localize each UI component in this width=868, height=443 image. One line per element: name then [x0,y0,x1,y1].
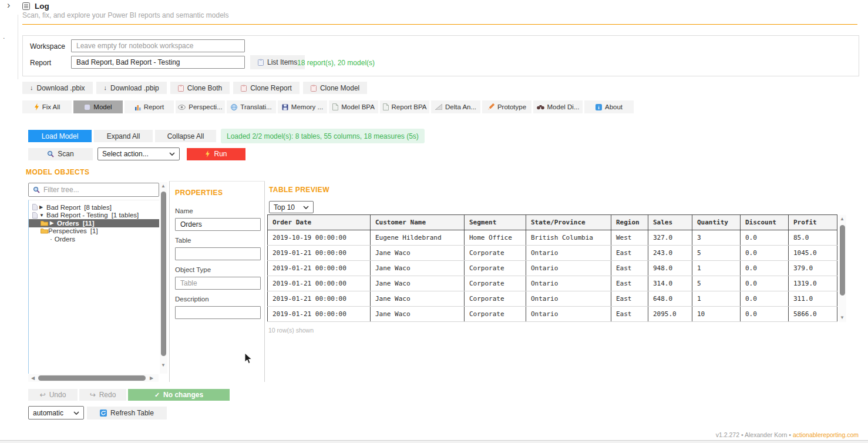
table-vscroll-thumb[interactable] [840,225,845,296]
clone-report-button[interactable]: Clone Report [233,82,300,94]
scroll-down-arrow-icon[interactable]: ▼ [840,316,845,320]
download-pbip-button[interactable]: ↓Download .pbip [96,82,167,94]
action-select[interactable]: Select action... [97,147,180,160]
scroll-left-arrow-icon[interactable]: ◀ [31,376,35,381]
table-cell: British Columbia [526,230,611,246]
property-table-input[interactable] [175,247,261,260]
tree-item-label: Orders [55,236,75,243]
load-status-text: Loaded 2/2 model(s): 8 tables, 55 column… [227,132,419,140]
top-n-select[interactable]: Top 10 [269,201,314,213]
undo-button[interactable]: ↩ Undo [28,389,78,401]
workspace-input[interactable] [71,39,245,52]
expand-all-button[interactable]: Expand All [94,130,153,142]
tab-delta-analysis-label: Delta An... [445,103,476,110]
column-header-sales[interactable]: Sales [648,215,692,230]
column-header-profit[interactable]: Profit [789,215,837,230]
tree-item-bad-report[interactable]: ▶Bad Report[8 tables] [29,203,159,212]
tab-model-diff[interactable]: Model Di... [533,100,583,113]
tab-memory[interactable]: Memory ... [278,100,327,113]
tab-translations[interactable]: Translati... [227,100,276,113]
column-header-customer-name[interactable]: Customer Name [371,215,465,230]
table-cell: 0.0 [741,261,789,276]
scan-button[interactable]: Scan [28,148,93,160]
tree-item-orders[interactable]: ·Orders [29,235,159,243]
scroll-down-arrow-icon[interactable]: ▼ [161,363,166,368]
table-cell: 0.0 [741,276,789,291]
collapse-all-button[interactable]: Collapse All [155,130,216,142]
tab-delta-analysis[interactable]: Delta An... [431,100,480,113]
tab-model[interactable]: Model [73,100,123,113]
properties-title: PROPERTIES [175,189,223,197]
clipboard-icon [178,85,184,92]
column-header-region[interactable]: Region [611,215,648,230]
property-description-input[interactable] [175,306,261,319]
load-model-button[interactable]: Load Model [28,130,92,142]
folder-icon [41,220,48,226]
tab-report-label: Report [144,103,164,110]
footer-divider [0,440,868,443]
clone-both-button[interactable]: Clone Both [170,82,230,94]
property-name-input[interactable] [175,218,261,231]
footer-link[interactable]: actionablereporting.com [793,431,859,438]
tab-fix-all[interactable]: Fix All [22,100,72,113]
column-header-segment[interactable]: Segment [465,215,526,230]
tabs-row: Fix AllModelReportPerspecti...Translati.… [22,100,634,113]
no-changes-button[interactable]: ✓ No changes [128,389,230,401]
table-row: 2019-01-21 00:00:00Jane WacoCorporateOnt… [268,276,837,291]
refresh-icon [100,410,107,417]
tree-item-perspectives[interactable]: Perspectives[1] [29,227,159,236]
run-button[interactable]: Run [187,148,245,160]
tab-model-bpa[interactable]: Model BPA [329,100,378,113]
table-vscrollbar[interactable]: ▲ ▼ [839,215,846,322]
tree-vscroll-thumb[interactable] [161,192,166,356]
tree-item-label: Bad Report [46,204,80,211]
table-cell: 85.0 [789,230,837,246]
filter-tree-input[interactable]: Filter tree... [28,183,159,197]
chevron-expanded-icon[interactable]: ▼ [39,213,45,218]
refresh-table-button[interactable]: Refresh Table [87,407,167,419]
table-cell: 0.0 [741,322,789,323]
table-cell: 264.0 [789,322,837,323]
rows-shown-text: 10 row(s) shown [268,327,314,334]
tree-hscrollbar[interactable]: ◀ ▶ [28,374,159,382]
file-icon [32,204,38,210]
property-description-label: Description [175,296,209,303]
column-header-discount[interactable]: Discount [741,215,789,230]
scroll-up-arrow-icon[interactable]: ▲ [840,217,845,222]
tree-item-bad-report-testing[interactable]: ▼Bad Report - Testing[1 tables] [29,212,159,220]
refresh-mode-select[interactable]: automatic [28,406,84,419]
tree-vscrollbar[interactable]: ▲ ▼ [160,182,167,374]
chevron-collapsed-icon[interactable]: ▶ [39,204,45,210]
tab-perspectives[interactable]: Perspecti... [176,100,225,113]
tab-fix-all-label: Fix All [42,103,60,110]
info-icon: i [596,104,602,110]
column-header-state-province[interactable]: State/Province [526,215,611,230]
table-cell: West [611,230,648,246]
table-preview-title: TABLE PREVIEW [269,186,329,194]
pencil-icon [487,103,494,110]
scroll-up-arrow-icon[interactable]: ▲ [161,184,166,189]
tab-report-bpa[interactable]: Report BPA [380,100,429,113]
column-header-order-date[interactable]: Order Date [268,215,371,230]
load-status-badge: Loaded 2/2 model(s): 8 tables, 55 column… [221,129,425,143]
report-input[interactable] [71,56,245,69]
tab-report[interactable]: Report [125,100,174,113]
property-name-label: Name [175,207,193,214]
column-header-quantity[interactable]: Quantity [692,215,741,230]
redo-button[interactable]: ↪ Redo [79,389,126,401]
tab-prototype[interactable]: Prototype [482,100,531,113]
chevron-collapsed-icon[interactable]: ▶ [50,220,55,226]
scroll-right-arrow-icon[interactable]: ▶ [150,376,153,381]
table-cell: East [611,246,648,261]
doc-icon [332,103,338,110]
globe-icon [231,104,237,110]
clone-model-button[interactable]: Clone Model [303,82,367,94]
tree-item-orders[interactable]: ▶Orders[11] [29,219,159,227]
download-pbix-button[interactable]: ↓Download .pbix [22,82,93,94]
property-object-type-input[interactable] [175,277,261,290]
table-cell: East [611,276,648,291]
tree-hscroll-thumb[interactable] [38,375,146,381]
table-row: 2019-01-21 00:00:00Jane WacoCorporateOnt… [268,246,837,261]
tab-about[interactable]: iAbout [584,100,634,113]
collapse-sidebar-chevron[interactable]: › [7,0,10,11]
